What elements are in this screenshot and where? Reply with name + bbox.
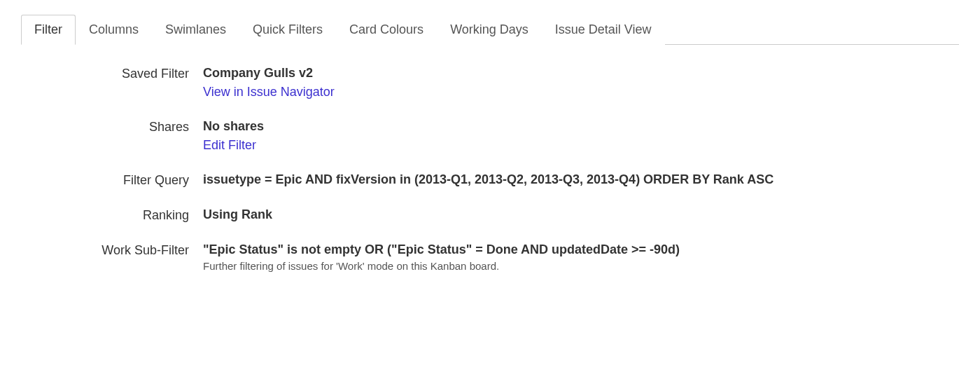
ranking-value: Using Rank [203,207,945,222]
work-sub-filter-value: "Epic Status" is not empty OR ("Epic Sta… [203,242,945,257]
ranking-label: Ranking [35,207,203,223]
tab-quick-filters[interactable]: Quick Filters [239,15,336,45]
saved-filter-label: Saved Filter [35,66,203,81]
tab-columns[interactable]: Columns [76,15,152,45]
shares-label: Shares [35,119,203,135]
shares-value: No shares [203,119,945,134]
board-config-tabs: Filter Columns Swimlanes Quick Filters C… [21,14,959,45]
filter-query-value: issuetype = Epic AND fixVersion in (2013… [203,172,945,187]
tab-working-days[interactable]: Working Days [437,15,542,45]
work-sub-filter-label: Work Sub-Filter [35,242,203,258]
work-sub-filter-helper: Further filtering of issues for 'Work' m… [203,260,945,272]
edit-filter-link[interactable]: Edit Filter [203,138,256,153]
tab-swimlanes[interactable]: Swimlanes [152,15,239,45]
view-in-issue-navigator-link[interactable]: View in Issue Navigator [203,85,335,100]
tab-filter[interactable]: Filter [21,15,76,45]
filter-tab-content: Saved Filter Company Gulls v2 View in Is… [21,45,959,282]
tab-card-colours[interactable]: Card Colours [336,15,437,45]
filter-query-label: Filter Query [35,172,203,188]
saved-filter-value: Company Gulls v2 [203,66,945,81]
tab-issue-detail-view[interactable]: Issue Detail View [542,15,665,45]
